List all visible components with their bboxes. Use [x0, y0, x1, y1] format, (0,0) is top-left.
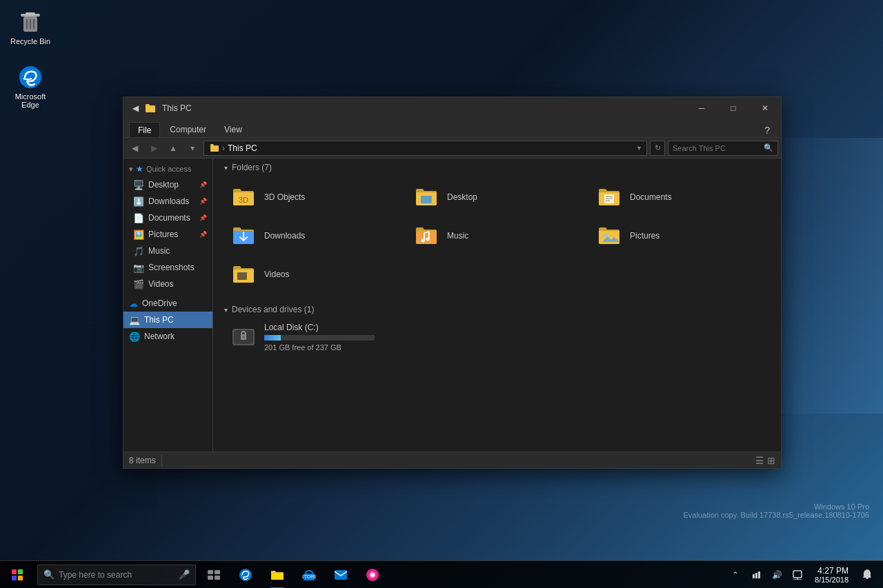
tab-file[interactable]: File [129, 122, 160, 137]
svg-rect-9 [419, 203, 433, 205]
tray-overflow-icon[interactable]: ⌃ [726, 561, 744, 589]
folder-item-desktop[interactable]: Desktop [407, 179, 587, 215]
quick-access-chevron: ▾ [129, 165, 133, 174]
folder-item-videos[interactable]: Videos [224, 256, 404, 292]
dropdown-button[interactable]: ▾ [184, 141, 201, 156]
svg-rect-38 [753, 574, 755, 578]
svg-point-22 [243, 336, 245, 338]
svg-rect-2 [26, 12, 35, 15]
drives-section-header[interactable]: ▾ Devices and drives (1) [213, 301, 781, 318]
folders-grid: 3D 3D Objects [213, 176, 781, 301]
sidebar-item-music[interactable]: 🎵 Music [128, 243, 212, 259]
pin-icon-2: 📌 [199, 198, 207, 205]
sidebar-network-label: Network [144, 332, 175, 341]
back-button[interactable]: ◀ [126, 141, 143, 156]
pin-icon-3: 📌 [199, 214, 207, 221]
content-area: ▾ Folders (7) 3D 3D Objects [213, 159, 781, 452]
folder-item-music[interactable]: Music [407, 218, 587, 254]
taskbar-apps: STORE [199, 561, 388, 589]
sidebar-item-screenshots[interactable]: 📷 Screenshots [128, 259, 212, 276]
folder-item-documents[interactable]: Documents [590, 179, 770, 215]
taskbar-store[interactable]: STORE [294, 561, 324, 589]
forward-button[interactable]: ▶ [146, 141, 162, 156]
sidebar-item-pictures[interactable]: 🖼️ Pictures 📌 [128, 226, 212, 243]
taskbar-mail[interactable] [326, 561, 356, 589]
sidebar-item-onedrive[interactable]: ☁ OneDrive [123, 295, 212, 312]
folder-icon-videos [230, 261, 257, 288]
system-clock[interactable]: 4:27 PM 8/15/2018 [809, 566, 854, 584]
tab-computer[interactable]: Computer [161, 122, 215, 137]
taskbar-search-box[interactable]: 🔍 Type here to search 🎤 [37, 565, 196, 585]
pictures-icon-sidebar: 🖼️ [133, 230, 144, 240]
folder-item-downloads[interactable]: Downloads [224, 218, 404, 254]
folder-item-3d-objects[interactable]: 3D 3D Objects [224, 179, 404, 215]
maximize-button[interactable]: □ [717, 97, 749, 119]
sidebar-item-downloads[interactable]: ⬇️ Downloads 📌 [128, 193, 212, 210]
sidebar-item-this-pc[interactable]: 💻 This PC [123, 312, 212, 328]
desktop: Recycle Bin MicrosoftEdge ◀ [0, 0, 883, 588]
start-button[interactable] [0, 561, 34, 589]
desktop-icon-recycle-bin[interactable]: Recycle Bin [6, 6, 55, 48]
volume-tray-icon[interactable]: 🔊 [768, 561, 786, 589]
path-dropdown-arrow[interactable]: ▾ [637, 144, 641, 152]
watermark-line1: Windows 10 Pro [684, 503, 870, 511]
refresh-button[interactable]: ↻ [650, 141, 665, 156]
sidebar-music-label: Music [148, 246, 170, 256]
edge-label: MicrosoftEdge [15, 92, 46, 109]
address-bar: ◀ ▶ ▲ ▾ › This PC ▾ ↻ 🔍 [123, 138, 781, 159]
up-button[interactable]: ▲ [165, 141, 181, 156]
clock-date: 8/15/2018 [815, 576, 849, 584]
folder-icon [210, 143, 219, 153]
sidebar-item-desktop[interactable]: 🖥️ Desktop 📌 [128, 176, 212, 193]
sidebar-item-documents[interactable]: 📄 Documents 📌 [128, 210, 212, 226]
close-button[interactable]: ✕ [749, 97, 781, 119]
recycle-bin-icon [17, 8, 44, 36]
taskbar-task-view[interactable] [199, 561, 229, 589]
path-separator: › [222, 143, 225, 153]
folders-section-label: Folders (7) [232, 163, 272, 172]
svg-rect-39 [755, 573, 757, 578]
taskbar-photos[interactable] [357, 561, 388, 589]
minimize-button[interactable]: ─ [686, 97, 717, 119]
folder-icon-music [413, 222, 440, 250]
svg-rect-30 [215, 576, 220, 580]
view-icons: ☰ ⊞ [755, 455, 775, 466]
view-details-icon[interactable]: ☰ [755, 455, 764, 466]
taskbar-edge[interactable] [230, 561, 261, 589]
network-tray-icon[interactable] [747, 561, 765, 589]
svg-rect-34 [335, 570, 347, 580]
notification-button[interactable] [857, 561, 877, 589]
search-box[interactable]: 🔍 [668, 141, 778, 156]
downloads-icon-sidebar: ⬇️ [133, 196, 144, 207]
sidebar-quick-access[interactable]: ▾ ★ Quick access [123, 161, 212, 176]
sidebar-item-videos[interactable]: 🎬 Videos [128, 276, 212, 292]
svg-rect-28 [215, 570, 220, 574]
sidebar-item-network[interactable]: 🌐 Network [123, 328, 212, 345]
folder-item-pictures[interactable]: Pictures [590, 218, 770, 254]
folders-section-header[interactable]: ▾ Folders (7) [213, 159, 781, 176]
window-title: This PC [162, 103, 192, 113]
action-center-icon[interactable] [788, 561, 806, 589]
folder-icon-documents [595, 183, 623, 211]
sidebar-downloads-label: Downloads [148, 196, 189, 206]
address-path[interactable]: › This PC ▾ [204, 141, 647, 156]
taskbar-file-explorer[interactable] [262, 561, 292, 589]
desktop-icon-sidebar: 🖥️ [133, 180, 144, 190]
desktop-icon-edge[interactable]: MicrosoftEdge [6, 61, 55, 112]
explorer-window: ◀ This PC ─ □ ✕ File Computer Vie [123, 97, 782, 469]
drive-item-c[interactable]: Local Disk (C:) 201 GB free of 237 GB [213, 318, 781, 356]
sidebar-screenshots-label: Screenshots [148, 263, 195, 272]
sidebar-desktop-label: Desktop [148, 180, 179, 190]
sidebar-videos-label: Videos [148, 279, 173, 289]
svg-point-14 [421, 239, 425, 243]
help-button[interactable]: ? [759, 123, 775, 137]
tab-view[interactable]: View [216, 122, 250, 137]
onedrive-icon: ☁ [129, 298, 138, 309]
search-input[interactable] [673, 144, 761, 152]
view-tiles-icon[interactable]: ⊞ [767, 455, 775, 466]
svg-rect-29 [208, 576, 213, 580]
drive-bar-container-c [264, 335, 375, 341]
sidebar-pictures-label: Pictures [148, 230, 178, 239]
svg-point-37 [370, 573, 375, 577]
drive-bar-fill-c [264, 335, 281, 341]
